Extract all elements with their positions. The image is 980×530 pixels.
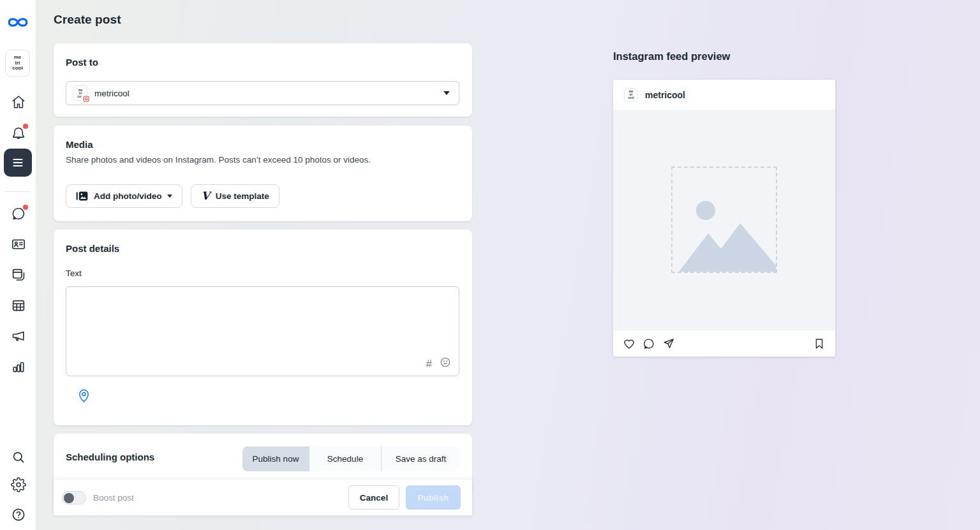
page-title: Create post [54,13,121,27]
text-field-label: Text [66,269,82,278]
post-text-input[interactable] [66,287,459,376]
add-location-button[interactable] [78,388,90,405]
media-description: Share photos and videos on Instagram. Po… [66,155,371,165]
location-pin-icon [78,388,90,403]
sidebar-item-chats[interactable] [11,206,26,221]
home-icon [11,94,26,110]
chevron-down-icon [443,91,450,95]
smiley-icon [440,357,451,368]
screen: me tri cool [0,0,980,530]
sidebar-item-ads[interactable] [11,328,26,344]
chat-notification-dot [23,205,28,210]
boost-post-toggle[interactable] [62,491,86,504]
action-bar: Boost post Cancel Publish [54,480,472,515]
use-template-button[interactable]: V Use template [191,184,279,208]
help-icon [11,507,26,522]
sidebar-item-planner[interactable] [11,298,26,313]
account-select-value: metricool [94,89,130,98]
post-details-title: Post details [66,243,119,254]
content-pages-icon [11,267,26,283]
tab-save-as-draft[interactable]: Save as draft [381,446,460,471]
template-v-icon: V [201,191,209,202]
emoji-button[interactable] [440,357,451,370]
workspace-line: cool [12,66,22,71]
boost-post-label: Boost post [93,493,134,503]
sidebar: me tri cool [0,0,36,530]
workspace-avatar[interactable]: me tri cool [5,50,30,77]
media-title: Media [66,139,93,150]
publish-button[interactable]: Publish [406,485,461,510]
sidebar-item-content[interactable] [11,267,26,283]
tab-publish-now[interactable]: Publish now [242,446,309,471]
chevron-down-icon [167,195,172,198]
preview-avatar: me tri cool [624,88,638,102]
share-button[interactable] [662,337,675,350]
sidebar-item-search[interactable] [11,450,26,465]
instagram-preview-card: me tri cool metricool [613,80,835,357]
bookmark-icon [813,337,826,350]
sidebar-divider [5,191,31,192]
save-bookmark-button[interactable] [813,337,826,350]
sidebar-item-contacts[interactable] [11,237,26,252]
gear-icon [11,477,26,492]
megaphone-icon [11,328,26,344]
post-to-title: Post to [66,57,98,68]
sidebar-item-help[interactable] [11,507,26,522]
tab-schedule[interactable]: Schedule [309,446,381,471]
media-card: Media Share photos and videos on Instagr… [54,126,472,221]
preview-header: me tri cool metricool [613,80,835,110]
comment-button[interactable] [642,337,655,350]
sidebar-item-notifications[interactable] [11,125,26,140]
add-photo-video-button[interactable]: Add photo/video [66,184,182,208]
post-details-card: Post details Text # [54,230,472,425]
scheduling-segmented-control: Publish now Schedule Save as draft [242,446,460,471]
hashtag-button[interactable]: # [426,358,432,371]
add-photo-video-label: Add photo/video [94,191,161,201]
sidebar-item-menu-selected[interactable] [4,149,32,177]
sidebar-item-insights[interactable] [11,359,26,374]
bar-chart-icon [11,359,26,374]
heart-icon [623,337,635,350]
post-text-field: # [66,286,459,376]
preview-account-name: metricool [645,90,685,100]
toggle-knob [64,493,74,503]
meta-logo-icon[interactable] [6,14,30,31]
post-to-card: Post to me tri cool metricool [54,43,472,117]
placeholder-image-icon [672,196,776,272]
notification-dot [23,124,28,129]
sidebar-item-settings[interactable] [11,477,26,492]
scheduling-title: Scheduling options [66,452,154,462]
image-placeholder [671,166,777,273]
account-select[interactable]: me tri cool metricool [66,81,459,105]
photo-icon [76,191,88,202]
account-avatar: me tri cool [73,85,88,101]
like-button[interactable] [623,337,635,350]
planner-grid-icon [11,298,26,313]
comment-icon [642,337,655,350]
sidebar-item-home[interactable] [11,94,26,110]
avatar-line: cool [628,96,634,99]
contact-card-icon [11,237,26,252]
preview-footer [613,330,835,357]
hamburger-menu-icon [11,156,25,170]
preview-image-area [613,110,835,330]
search-icon [11,450,26,465]
use-template-label: Use template [216,191,269,201]
preview-title: Instagram feed preview [613,50,730,63]
paper-plane-icon [662,337,675,350]
cancel-button[interactable]: Cancel [348,485,399,510]
instagram-badge-icon [82,95,90,103]
